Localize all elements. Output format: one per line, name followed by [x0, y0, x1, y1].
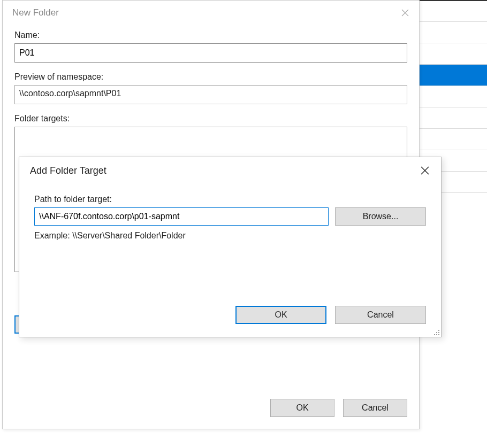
- new-folder-titlebar[interactable]: New Folder: [3, 1, 419, 25]
- new-folder-ok-button[interactable]: OK: [270, 399, 334, 417]
- browse-button[interactable]: Browse...: [335, 207, 426, 226]
- targets-label: Folder targets:: [14, 114, 407, 123]
- name-label: Name:: [14, 30, 407, 40]
- path-input[interactable]: [34, 207, 329, 226]
- close-icon[interactable]: [399, 6, 412, 19]
- path-label: Path to folder target:: [34, 195, 426, 204]
- add-target-title: Add Folder Target: [30, 165, 106, 176]
- new-folder-title: New Folder: [12, 7, 59, 18]
- new-folder-cancel-button[interactable]: Cancel: [343, 399, 407, 417]
- add-target-ok-button[interactable]: OK: [235, 306, 326, 324]
- close-icon[interactable]: [417, 163, 432, 178]
- example-text: Example: \\Server\Shared Folder\Folder: [34, 231, 426, 241]
- add-target-cancel-button[interactable]: Cancel: [335, 306, 426, 324]
- add-target-titlebar[interactable]: Add Folder Target: [19, 157, 441, 184]
- preview-label: Preview of namespace:: [14, 72, 407, 82]
- name-input[interactable]: [14, 43, 407, 63]
- add-folder-target-dialog: Add Folder Target Path to folder target:…: [19, 157, 442, 337]
- preview-value: \\contoso.corp\sapmnt\P01: [14, 85, 407, 104]
- resize-grip-icon[interactable]: [431, 327, 439, 335]
